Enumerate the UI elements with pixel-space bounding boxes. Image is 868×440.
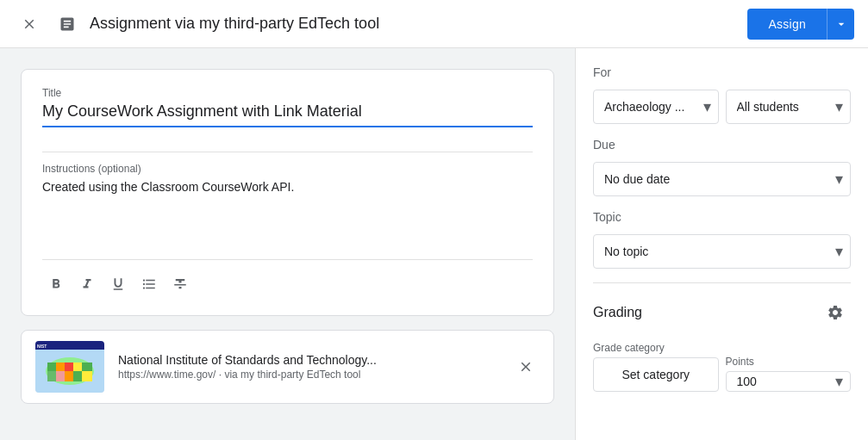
due-dropdown-row: No due date ▾ <box>593 162 851 196</box>
instructions-label: Instructions (optional) <box>42 163 533 175</box>
link-url: https://www.time.gov/ · via my third-par… <box>118 369 498 381</box>
underline-button[interactable] <box>104 270 132 298</box>
left-panel: Title Instructions (optional) Created us… <box>0 48 575 440</box>
link-card: NIST <box>21 330 554 404</box>
svg-rect-6 <box>56 363 65 371</box>
svg-rect-5 <box>47 363 56 371</box>
class-dropdown-text: Archaeology ... <box>604 100 703 114</box>
class-dropdown-arrow: ▾ <box>703 97 711 116</box>
svg-rect-14 <box>82 371 92 381</box>
points-label: Points <box>726 356 852 368</box>
for-label: For <box>593 65 851 79</box>
assign-btn-group: Assign <box>747 9 854 40</box>
topic-dropdown-row: No topic ▾ <box>593 234 851 269</box>
assign-button[interactable]: Assign <box>747 9 827 40</box>
due-dropdown[interactable]: No due date ▾ <box>593 162 851 196</box>
italic-button[interactable] <box>73 270 101 298</box>
grade-category-label: Grade category <box>593 342 719 354</box>
topbar: Assignment via my third-party EdTech too… <box>0 0 868 48</box>
instructions-text[interactable]: Created using the Classroom CourseWork A… <box>42 180 533 249</box>
students-dropdown-arrow: ▾ <box>835 97 843 116</box>
students-dropdown[interactable]: All students ▾ <box>726 90 852 124</box>
svg-rect-10 <box>47 371 56 381</box>
points-dropdown[interactable]: 100 ▾ <box>726 371 852 392</box>
strikethrough-button[interactable] <box>166 270 194 298</box>
grading-header: Grading <box>593 297 851 328</box>
students-dropdown-text: All students <box>737 100 836 114</box>
title-input[interactable] <box>42 102 533 127</box>
page-title: Assignment via my third-party EdTech too… <box>90 15 747 33</box>
due-dropdown-text: No due date <box>604 172 835 186</box>
svg-rect-8 <box>73 363 82 371</box>
grading-divider <box>593 282 851 283</box>
grading-title: Grading <box>593 305 642 320</box>
svg-rect-12 <box>65 371 73 381</box>
right-panel: For Archaeology ... ▾ All students ▾ Due… <box>575 48 868 440</box>
class-dropdown[interactable]: Archaeology ... ▾ <box>593 90 719 124</box>
topic-dropdown[interactable]: No topic ▾ <box>593 234 851 269</box>
topic-dropdown-arrow: ▾ <box>835 242 843 261</box>
svg-rect-9 <box>82 363 92 371</box>
assign-dropdown-button[interactable] <box>827 9 854 40</box>
doc-icon <box>52 9 83 40</box>
grading-settings-button[interactable] <box>820 297 851 328</box>
main-content: Title Instructions (optional) Created us… <box>0 48 868 440</box>
topic-label: Topic <box>593 210 851 224</box>
svg-text:NIST: NIST <box>37 344 47 349</box>
due-dropdown-arrow: ▾ <box>835 170 843 189</box>
link-thumbnail: NIST <box>35 341 104 393</box>
formatting-toolbar <box>42 259 533 298</box>
svg-rect-11 <box>56 371 65 381</box>
points-col: Points 100 ▾ <box>726 356 852 392</box>
points-value: 100 <box>737 375 836 388</box>
topic-dropdown-text: No topic <box>604 245 835 258</box>
points-dropdown-arrow: ▾ <box>835 372 843 391</box>
link-info: National Institute of Standards and Tech… <box>118 353 498 381</box>
svg-rect-13 <box>73 371 82 381</box>
link-title: National Institute of Standards and Tech… <box>118 353 498 367</box>
close-button[interactable] <box>14 9 45 40</box>
bold-button[interactable] <box>42 270 70 298</box>
for-dropdowns: Archaeology ... ▾ All students ▾ <box>593 90 851 124</box>
assignment-card: Title Instructions (optional) Created us… <box>21 69 554 316</box>
grade-category-col: Grade category Set category <box>593 342 719 392</box>
title-divider <box>42 152 533 152</box>
due-label: Due <box>593 138 851 152</box>
set-category-button[interactable]: Set category <box>593 357 719 392</box>
list-button[interactable] <box>135 270 163 298</box>
title-label: Title <box>42 87 533 99</box>
grading-fields: Grade category Set category Points 100 ▾ <box>593 342 851 392</box>
link-remove-button[interactable] <box>512 353 540 381</box>
svg-rect-7 <box>65 363 73 371</box>
